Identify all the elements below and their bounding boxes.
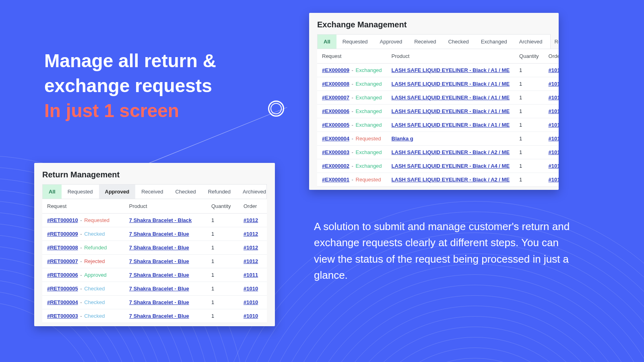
qty-cell: 1 [206,296,239,309]
tab-approved[interactable]: Approved [99,185,136,199]
request-link[interactable]: #RET000010 [47,217,78,223]
table-row: #EX000005 - ExchangedLASH SAFE LIQUID EY… [317,118,559,132]
product-link[interactable]: 7 Shakra Bracelet - Blue [129,231,189,237]
request-link[interactable]: #EX000002 [322,163,349,169]
product-link[interactable]: LASH SAFE LIQUID EYELINER - Black / A2 /… [392,177,510,183]
product-link[interactable]: LASH SAFE LIQUID EYELINER - Black / A1 /… [392,95,510,101]
request-link[interactable]: #EX000005 [322,122,349,128]
tab-refunded[interactable]: Refunded [202,185,237,199]
qty-cell: 1 [514,118,543,132]
tab-checked[interactable]: Checked [169,185,202,199]
qty-cell: 1 [514,105,543,118]
table-row: #EX000008 - ExchangedLASH SAFE LIQUID EY… [317,77,559,91]
product-link[interactable]: LASH SAFE LIQUID EYELINER - Black / A1 /… [392,122,510,128]
product-link[interactable]: LASH SAFE LIQUID EYELINER - Black / A1 /… [392,81,510,87]
qty-cell: 1 [206,255,239,268]
order-link[interactable]: #1010 [244,313,258,319]
request-link[interactable]: #EX000004 [322,136,349,142]
product-link[interactable]: Blanka g [392,136,413,142]
qty-cell: 1 [206,282,239,296]
order-link[interactable]: #1018 [549,177,559,183]
qty-cell: 1 [206,268,239,282]
table-row: #EX000009 - ExchangedLASH SAFE LIQUID EY… [317,64,559,77]
request-link[interactable]: #RET000006 [47,272,78,278]
product-link[interactable]: 7 Shakra Bracelet - Blue [129,245,189,251]
order-link[interactable]: #1015 [549,108,559,114]
request-link[interactable]: #EX000003 [322,149,349,155]
col-quantity: Quantity [206,199,239,214]
order-link[interactable]: #1012 [244,245,258,251]
order-link[interactable]: #1015 [549,81,559,87]
product-link[interactable]: 7 Shakra Bracelet - Black [129,217,192,223]
order-link[interactable]: #1010 [244,286,258,292]
return-panel: Return Management AllRequestedApprovedRe… [34,163,275,326]
order-link[interactable]: #1015 [549,95,559,101]
request-link[interactable]: #EX000006 [322,108,349,114]
tab-archieved[interactable]: Archieved [513,35,549,49]
tab-archieved[interactable]: Archieved [237,185,272,199]
product-link[interactable]: 7 Shakra Bracelet - Blue [129,272,189,278]
order-link[interactable]: #1012 [244,217,258,223]
order-link[interactable]: #1015 [549,149,559,155]
status-badge: Refunded [84,245,107,251]
tab-rejected[interactable]: Rejected [272,185,275,199]
table-row: #EX000007 - ExchangedLASH SAFE LIQUID EY… [317,91,559,105]
tab-received[interactable]: Received [135,185,169,199]
col-product: Product [124,199,206,214]
product-link[interactable]: 7 Shakra Bracelet - Blue [129,299,189,305]
order-link[interactable]: #1018 [549,163,559,169]
tab-all[interactable]: All [43,185,62,199]
status-badge: Exchanged [356,67,382,73]
qty-cell: 1 [206,241,239,255]
headline-line2: exchange requests [44,75,212,96]
tab-rejected[interactable]: Rejected [549,35,559,49]
request-link[interactable]: #RET000004 [47,299,78,305]
product-link[interactable]: LASH SAFE LIQUID EYELINER - Black / A1 /… [392,108,510,114]
order-link[interactable]: #1010 [244,299,258,305]
request-link[interactable]: #RET000007 [47,258,78,264]
request-link[interactable]: #EX000007 [322,95,349,101]
order-link[interactable]: #1011 [244,272,258,278]
tab-received[interactable]: Received [408,35,442,49]
exchange-table: RequestProductQuantityOrder #EX000009 - … [317,49,559,187]
order-link[interactable]: #1015 [549,136,559,142]
table-row: #RET000004 - Checked7 Shakra Bracelet - … [42,296,267,309]
headline-line1: Manage all return & [44,50,216,71]
status-badge: Exchanged [356,81,382,87]
order-link[interactable]: #1015 [549,122,559,128]
request-link[interactable]: #RET000008 [47,245,78,251]
table-row: #RET000008 - Refunded7 Shakra Bracelet -… [42,241,267,255]
product-link[interactable]: 7 Shakra Bracelet - Blue [129,258,189,264]
qty-cell: 1 [514,91,543,105]
request-link[interactable]: #EX000009 [322,67,349,73]
product-link[interactable]: LASH SAFE LIQUID EYELINER - Black / A4 /… [392,163,510,169]
status-badge: Rejected [84,258,105,264]
product-link[interactable]: 7 Shakra Bracelet - Blue [129,313,189,319]
request-link[interactable]: #RET000009 [47,231,78,237]
order-link[interactable]: #1012 [244,258,258,264]
sub-paragraph: A solution to submit and manage customer… [314,218,572,283]
tab-requested[interactable]: Requested [336,35,374,49]
col-request: Request [317,49,387,64]
tab-checked[interactable]: Checked [442,35,475,49]
order-link[interactable]: #1012 [244,231,258,237]
request-link[interactable]: #RET000005 [47,286,78,292]
table-row: #RET000007 - Rejected7 Shakra Bracelet -… [42,255,267,268]
qty-cell: 1 [206,309,239,323]
product-link[interactable]: LASH SAFE LIQUID EYELINER - Black / A2 /… [392,149,510,155]
status-badge: Requested [356,136,381,142]
request-link[interactable]: #EX000001 [322,177,349,183]
exchange-panel-title: Exchange Management [317,20,551,29]
product-link[interactable]: 7 Shakra Bracelet - Blue [129,286,189,292]
col-order: Order [239,199,267,214]
product-link[interactable]: LASH SAFE LIQUID EYELINER - Black / A1 /… [392,67,510,73]
tab-approved[interactable]: Approved [374,35,409,49]
tab-all[interactable]: All [318,35,336,49]
order-link[interactable]: #1015 [549,67,559,73]
request-link[interactable]: #RET000003 [47,313,78,319]
return-tabs: AllRequestedApprovedReceivedCheckedRefun… [42,184,267,199]
qty-cell: 1 [206,227,239,241]
tab-exchanged[interactable]: Exchanged [475,35,513,49]
tab-requested[interactable]: Requested [62,185,99,199]
request-link[interactable]: #EX000008 [322,81,349,87]
